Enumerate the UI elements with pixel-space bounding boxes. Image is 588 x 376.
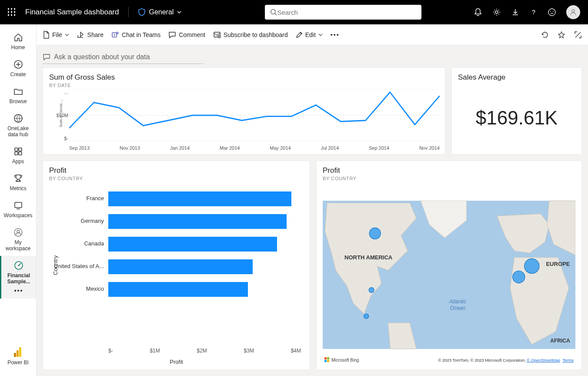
svg-point-9	[271, 10, 275, 14]
onelake-icon	[13, 113, 23, 124]
map-label-eu: EUROPE	[546, 261, 570, 267]
svg-rect-6	[8, 14, 9, 16]
bar-segment	[108, 191, 291, 206]
chevron-down-icon	[177, 10, 181, 14]
rail-item-metrics[interactable]: Metrics	[0, 169, 36, 196]
map-visual: NORTH AMERICA EUROPE AFRICA Atlantic Oce…	[323, 186, 575, 363]
settings-icon[interactable]	[492, 8, 501, 17]
card-profit-by-country-map[interactable]: Profit BY COUNTRY	[316, 161, 582, 370]
edit-button[interactable]: Edit	[296, 31, 323, 38]
plus-circle-icon	[13, 59, 23, 70]
svg-rect-19	[15, 148, 18, 151]
share-button[interactable]: Share	[77, 31, 104, 38]
rail-item-my-workspace[interactable]: My workspace	[0, 223, 36, 256]
rail-label-apps: Apps	[12, 158, 24, 164]
map-bing-badge: Microsoft Bing	[324, 357, 359, 363]
map-bubble	[369, 288, 374, 293]
subscribe-label: Subscribe to dashboard	[224, 31, 288, 38]
comment-label: Comment	[179, 31, 205, 38]
map-label-ocean2: Ocean	[450, 305, 466, 311]
more-dots-icon[interactable]: •••	[14, 287, 23, 294]
file-button[interactable]: File	[43, 31, 69, 39]
rail-item-workspaces[interactable]: Workspaces	[0, 196, 36, 223]
notifications-icon[interactable]	[474, 8, 482, 17]
rail-item-home[interactable]: Home	[0, 28, 36, 55]
svg-rect-40	[324, 357, 327, 359]
svg-rect-23	[15, 202, 22, 208]
svg-rect-5	[14, 11, 15, 13]
card-profit-by-country-bar[interactable]: Profit BY COUNTRY Country FranceGermanyC…	[43, 161, 310, 370]
divider	[128, 7, 129, 17]
feedback-icon[interactable]	[548, 8, 556, 16]
dashboard-circle-icon	[13, 260, 24, 271]
trophy-icon	[13, 173, 23, 184]
card-sales-average[interactable]: Sales Average $169.61K	[451, 67, 582, 154]
rail-label-myworkspace: My workspace	[6, 239, 30, 252]
powerbi-icon	[13, 346, 23, 358]
gross-y-ticks: ... $10M $-	[55, 90, 68, 141]
edit-label: Edit	[305, 31, 316, 38]
share-icon	[77, 31, 85, 38]
bar-segment	[108, 214, 287, 229]
help-icon[interactable]: ?	[530, 8, 538, 16]
bar-category-label: United States of A...	[43, 263, 104, 269]
sensitivity-label[interactable]: General	[138, 8, 181, 16]
teams-icon: T	[111, 31, 119, 39]
subscribe-button[interactable]: Subscribe to dashboard	[213, 31, 288, 38]
rail-item-powerbi[interactable]: Power BI	[0, 342, 36, 370]
terms-link[interactable]: Terms	[562, 358, 574, 363]
rail-label-workspaces: Workspaces	[4, 212, 33, 218]
svg-rect-42	[324, 360, 327, 362]
search-box[interactable]	[265, 5, 421, 20]
rail-item-apps[interactable]: Apps	[0, 142, 36, 169]
window-title: Financial Sample dashboard	[25, 8, 119, 17]
bar-xlabel: Profit	[43, 359, 310, 365]
kpi-title: Sales Average	[452, 68, 581, 82]
refresh-button[interactable]	[541, 31, 549, 39]
rail-label-metrics: Metrics	[10, 185, 27, 191]
svg-text:T: T	[113, 33, 115, 37]
bar-title: Profit	[43, 161, 310, 175]
search-icon	[270, 9, 277, 16]
osm-link[interactable]: © OpenStreetMap	[527, 358, 560, 363]
fullscreen-button[interactable]	[574, 31, 582, 39]
svg-point-33	[117, 32, 118, 34]
left-rail: Home Create Browse OneLake data hub Apps…	[0, 24, 37, 376]
search-input[interactable]	[277, 9, 416, 16]
bar-category-labels: FranceGermanyCanadaUnited States of A...…	[43, 187, 108, 343]
rail-item-browse[interactable]: Browse	[0, 82, 36, 109]
rail-label-onelake: OneLake data hub	[7, 125, 29, 138]
rail-label-create: Create	[10, 71, 26, 77]
map-label-na: NORTH AMERICA	[344, 254, 393, 261]
waffle-icon[interactable]	[8, 8, 16, 16]
svg-rect-30	[14, 353, 16, 357]
favorite-button[interactable]	[558, 31, 565, 39]
more-button[interactable]: •••	[331, 31, 340, 38]
svg-rect-3	[8, 11, 9, 13]
top-bar: Financial Sample dashboard General ?	[0, 0, 588, 24]
svg-rect-22	[19, 152, 22, 155]
download-icon[interactable]	[511, 8, 519, 16]
svg-text:?: ?	[532, 8, 535, 16]
svg-point-13	[548, 9, 555, 16]
file-label: File	[52, 31, 62, 38]
account-avatar[interactable]	[566, 5, 580, 19]
rail-item-onelake[interactable]: OneLake data hub	[0, 109, 36, 142]
bar-category-label: Mexico	[43, 285, 104, 292]
map-credits: © 2023 TomTom, © 2023 Microsoft Corporat…	[438, 358, 574, 363]
bing-icon	[324, 357, 330, 363]
rail-item-financial-sample[interactable]: Financial Sample... •••	[0, 256, 36, 299]
qa-input[interactable]: Ask a question about your data	[43, 51, 204, 64]
toolbar: File Share T Chat in Teams Comment Subsc…	[37, 24, 588, 45]
svg-point-14	[550, 11, 551, 12]
comment-button[interactable]: Comment	[168, 31, 205, 38]
card-gross-sales[interactable]: Sum of Gross Sales BY DATE Sum of Gross …	[43, 67, 445, 154]
pencil-icon	[296, 31, 303, 38]
rail-item-create[interactable]: Create	[0, 55, 36, 82]
chevron-down-icon	[318, 33, 323, 37]
svg-point-15	[553, 11, 554, 12]
svg-point-11	[495, 11, 498, 13]
svg-rect-4	[11, 11, 12, 13]
chat-in-teams-button[interactable]: T Chat in Teams	[111, 31, 160, 39]
bar-segment	[108, 237, 277, 252]
